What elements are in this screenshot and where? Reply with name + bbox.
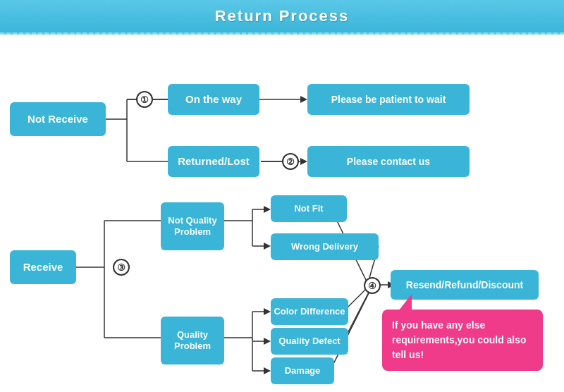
color-diff-node: Color Difference bbox=[271, 298, 348, 325]
circle-4: ④ bbox=[364, 277, 381, 294]
svg-marker-28 bbox=[264, 367, 271, 374]
content: Not Receive On the way Returned/Lost Ple… bbox=[0, 35, 564, 392]
please-contact-node: Please contact us bbox=[307, 146, 470, 177]
svg-marker-20 bbox=[264, 243, 271, 250]
not-fit-node: Not Fit bbox=[271, 195, 347, 222]
page-title: Return Process bbox=[215, 7, 350, 25]
svg-marker-6 bbox=[300, 96, 307, 103]
circle-2: ② bbox=[282, 153, 299, 170]
not-quality-node: Not Quality Problem bbox=[161, 202, 224, 250]
returned-lost-node: Returned/Lost bbox=[168, 146, 259, 177]
circle-3: ③ bbox=[113, 259, 130, 276]
svg-marker-24 bbox=[264, 308, 271, 315]
circle-1: ① bbox=[136, 91, 153, 108]
please-wait-node: Please be patient to wait bbox=[307, 84, 470, 115]
quality-node: Quality Problem bbox=[161, 317, 224, 365]
resend-node: Resend/Refund/Discount bbox=[391, 270, 539, 300]
not-receive-node: Not Receive bbox=[10, 102, 106, 136]
svg-marker-18 bbox=[264, 206, 271, 213]
quality-defect-node: Quality Defect bbox=[271, 328, 348, 355]
wrong-delivery-node: Wrong Delivery bbox=[271, 233, 379, 260]
receive-node: Receive bbox=[10, 250, 76, 284]
svg-marker-8 bbox=[300, 158, 307, 165]
on-the-way-node: On the way bbox=[168, 84, 259, 115]
damage-node: Damage bbox=[271, 357, 334, 384]
header: Return Process bbox=[0, 0, 564, 35]
speech-bubble: If you have any else requirements,you co… bbox=[382, 310, 543, 371]
svg-marker-26 bbox=[264, 338, 271, 345]
